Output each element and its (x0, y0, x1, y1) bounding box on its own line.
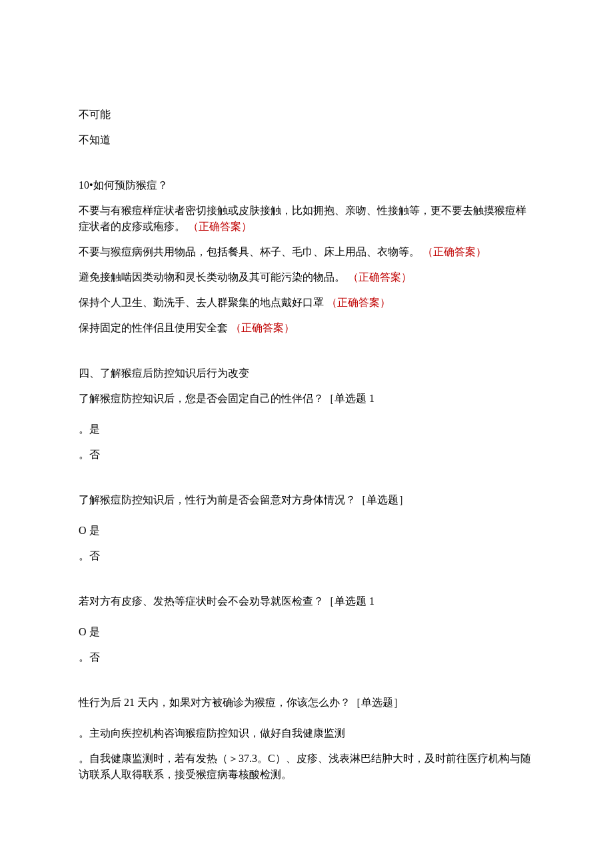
q10-a1-mark-bold: 答案） (220, 221, 252, 232)
document-page: 不可能 不知道 10•如何预防猴痘？ 不要与有猴痘样症状者密切接触或皮肤接触，比… (0, 0, 613, 868)
s4-q3-title: 若对方有皮疹、发热等症状时会不会劝导就医检查？［单选题 1 (79, 593, 534, 609)
s4-q4-opt2-c: 监测时，若有发热（＞37.3。C）、皮疹、浅表淋巴结肿大时，及时前往医疗机构与随… (79, 753, 531, 780)
q10-a4-mark-open: （正确 (326, 297, 358, 308)
s4-q3-opt1: O 是 (79, 624, 534, 640)
q10-a1-mark-open: （正确 (188, 221, 220, 232)
q10-a4-text: 保持个人卫生、勤洗手、去人群聚集的地点戴好口罩 (79, 297, 324, 308)
s4-q4-opt2-a: 。自 (79, 753, 100, 764)
s4-q2-title: 了解猴痘防控知识后，性行为前是否会留意对方身体情况？［单选题］ (79, 492, 534, 508)
s4-q4-opt1: 。主动向疾控机构咨询猴痘防控知识，做好自我健康监测 (79, 725, 534, 741)
intro-option-2: 不知道 (79, 132, 534, 148)
q10-a2-mark-open: （正确 (422, 246, 454, 257)
s4-q1-opt2: 。否 (79, 447, 534, 463)
q10-answer-1: 不要与有猴痘样症状者密切接触或皮肤接触，比如拥抱、亲吻、性接触等，更不要去触摸猴… (79, 203, 534, 235)
s4-q1-title: 了解猴痘防控知识后，您是否会固定自己的性伴侣？［单选题 1 (79, 391, 534, 407)
s4-q2-opt2: 。否 (79, 548, 534, 564)
s4-q4-opt2: 。自我健康监测时，若有发热（＞37.3。C）、皮疹、浅表淋巴结肿大时，及时前往医… (79, 751, 534, 783)
q10-answer-5: 保持固定的性伴侣且使用安全套 （正确答案） (79, 320, 534, 336)
q10-answer-4: 保持个人卫生、勤洗手、去人群聚集的地点戴好口罩 （正确答案） (79, 295, 534, 311)
section4-heading: 四、了解猴痘后防控知识后行为改变 (79, 365, 534, 381)
s4-q1-opt1: 。是 (79, 421, 534, 437)
s4-q4-title: 性行为后 21 天内，如果对方被确诊为猴痘，你该怎么办？［单选题］ (79, 695, 534, 711)
s4-q3-opt2: 。否 (79, 649, 534, 665)
q10-a3-text: 避免接触啮因类动物和灵长类动物及其可能污染的物品。 (79, 271, 345, 283)
q10-a5-text: 保持固定的性伴侣且使用安全套 (79, 322, 228, 333)
q10-a2-text: 不要与猴痘病例共用物品，包括餐具、杯子、毛巾、床上用品、衣物等。 (79, 246, 420, 257)
q10-a3-mark-bold: 答案） (380, 271, 412, 283)
q10-a2-mark-bold: 答案） (454, 246, 486, 257)
intro-option-1: 不可能 (79, 107, 534, 123)
s4-q4-opt2-b: 我健康 (100, 753, 132, 764)
q10-a4-mark-bold: 答案） (358, 297, 390, 308)
q10-a5-mark-bold: 答案） (263, 322, 295, 333)
q10-a5-mark-open: （正确 (231, 322, 263, 333)
q10-a3-mark-open: （正确 (348, 271, 380, 283)
s4-q2-opt1: O 是 (79, 523, 534, 539)
q10-answer-2: 不要与猴痘病例共用物品，包括餐具、杯子、毛巾、床上用品、衣物等。 （正确答案） (79, 244, 534, 260)
q10-title: 10•如何预防猴痘？ (79, 177, 534, 193)
q10-a1-text: 不要与有猴痘样症状者密切接触或皮肤接触，比如拥抱、亲吻、性接触等，更不要去触摸猴… (79, 205, 526, 232)
q10-answer-3: 避免接触啮因类动物和灵长类动物及其可能污染的物品。 （正确答案） (79, 269, 534, 285)
